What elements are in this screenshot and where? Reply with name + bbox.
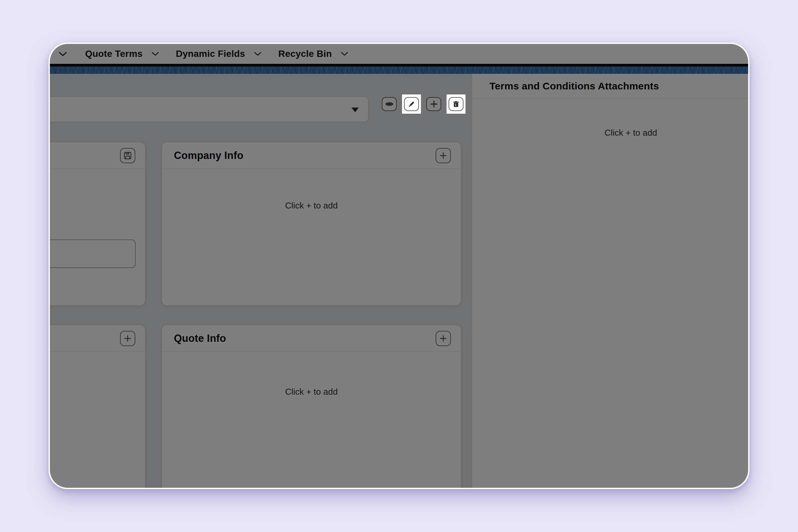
plus-icon <box>430 100 438 108</box>
nav-item-quote-terms[interactable]: Quote Terms <box>85 49 159 59</box>
left-panel-bottom-header <box>49 325 145 352</box>
top-navigation: Quote Terms Dynamic Fields Recycle Bin <box>50 44 748 64</box>
chevron-down-icon <box>254 52 262 56</box>
attachments-panel-title: Terms and Conditions Attachments <box>490 80 659 92</box>
editor-main-area: Company Info Click + to add <box>50 74 472 488</box>
nav-collapsed-menu[interactable] <box>58 52 68 57</box>
delete-button[interactable] <box>449 97 463 111</box>
chevron-down-icon <box>151 52 159 56</box>
attachments-panel: Terms and Conditions Attachments Click +… <box>472 74 748 488</box>
nav-item-dynamic-fields[interactable]: Dynamic Fields <box>176 49 262 59</box>
template-toolbar <box>382 94 466 114</box>
company-info-add-button[interactable] <box>436 148 451 163</box>
edit-button[interactable] <box>404 97 419 111</box>
left-panel-top-header <box>49 142 145 169</box>
attachments-panel-header: Terms and Conditions Attachments <box>472 74 748 98</box>
chevron-down-icon <box>58 52 67 57</box>
company-info-header: Company Info <box>162 142 461 169</box>
quote-info-panel: Quote Info Click + to add <box>162 325 461 489</box>
panel-title: Quote Info <box>174 332 226 344</box>
nav-separator <box>50 64 748 66</box>
quote-info-header: Quote Info <box>162 325 461 352</box>
save-button[interactable] <box>120 148 135 163</box>
left-panel-input[interactable] <box>49 240 136 268</box>
nav-item-label: Quote Terms <box>85 49 142 59</box>
plus-icon <box>439 334 448 343</box>
patterned-banner <box>50 66 748 74</box>
left-panel-add-button[interactable] <box>120 331 135 346</box>
plus-icon <box>439 151 448 160</box>
edit-button-spotlight <box>402 94 421 114</box>
quote-info-add-button[interactable] <box>436 331 451 346</box>
trash-icon <box>452 100 460 108</box>
empty-hint-text: Click + to add <box>513 128 748 138</box>
left-panel-top <box>49 142 145 306</box>
add-button[interactable] <box>426 97 441 111</box>
left-panel-bottom <box>49 325 145 489</box>
content-area: Company Info Click + to add <box>50 74 748 488</box>
save-icon <box>123 151 132 160</box>
nav-item-label: Recycle Bin <box>278 49 332 59</box>
nav-item-recycle-bin[interactable]: Recycle Bin <box>278 49 348 59</box>
chevron-down-icon <box>341 52 348 56</box>
pencil-icon <box>407 100 416 108</box>
delete-button-spotlight <box>446 94 466 114</box>
caret-down-icon <box>352 108 359 112</box>
plus-icon <box>124 334 132 343</box>
template-select[interactable] <box>49 96 368 122</box>
empty-hint-text: Click + to add <box>162 201 461 211</box>
nav-item-label: Dynamic Fields <box>176 49 245 59</box>
company-info-panel: Company Info Click + to add <box>162 142 461 306</box>
preview-button[interactable] <box>382 97 397 111</box>
eye-icon <box>384 100 394 108</box>
panel-title: Company Info <box>174 150 243 162</box>
app-window: Quote Terms Dynamic Fields Recycle Bin <box>49 42 749 489</box>
empty-hint-text: Click + to add <box>162 387 461 397</box>
